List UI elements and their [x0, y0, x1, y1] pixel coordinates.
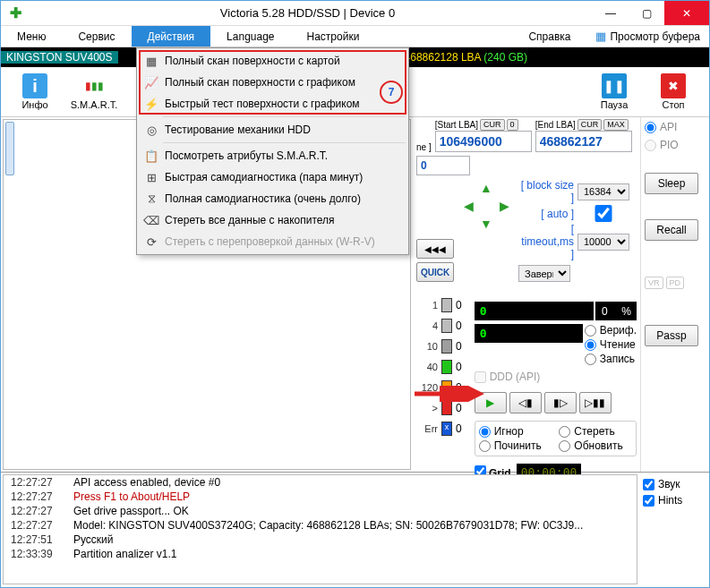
dd-full-scan-graph[interactable]: 📈Полный скан поверхности с графиком	[138, 72, 407, 93]
sound-checkbox[interactable]: Звук	[643, 478, 706, 490]
quick-button[interactable]: QUICK	[416, 262, 454, 282]
done-readout: 0	[475, 324, 583, 343]
mode-write[interactable]: Запись	[585, 353, 637, 365]
title-bar: ✚ Victoria 5.28 HDD/SSD | Device 0 — ▢ ✕	[1, 1, 709, 26]
pd-badge: PD	[666, 277, 685, 289]
dd-quick-scan-graph[interactable]: ⚡Быстрый тест поверхности с графиком	[138, 93, 407, 115]
dd-quick-selftest[interactable]: ⊞Быстрая самодиагностика (пара минут)	[138, 166, 407, 188]
dd-full-selftest[interactable]: ⧖Полная самодиагностика (очень долго)	[138, 188, 407, 209]
end-cur-button[interactable]: CUR	[577, 119, 603, 131]
menu-bar: Меню Сервис Действия Language Настройки …	[1, 26, 709, 47]
info-tab[interactable]: i Инфо	[6, 69, 64, 115]
app-icon: ✚	[8, 6, 22, 21]
map-tab[interactable]	[5, 122, 14, 175]
dd-test-mechanics[interactable]: ◎Тестирование механики HDD	[138, 119, 407, 141]
log-row: 12:27:51Русский	[4, 533, 637, 547]
timeout-select[interactable]: 10000	[577, 234, 629, 251]
speed-readout: 0	[475, 302, 594, 320]
mode-verify[interactable]: Вериф.	[585, 324, 637, 337]
auto-checkbox[interactable]	[577, 205, 629, 222]
vr-badge: VR	[645, 277, 663, 289]
bolt-icon: ⚡	[141, 98, 161, 111]
api-radio[interactable]: API	[645, 121, 703, 133]
smart-icon: ▮▮▮	[81, 73, 107, 98]
view-buffer-button[interactable]: ▦ Просмотр буфера	[586, 26, 709, 47]
menu-language[interactable]: Language	[210, 26, 290, 47]
end-max-button[interactable]: MAX	[603, 119, 629, 131]
nav-prev-group[interactable]: ◀◀◀	[416, 239, 454, 259]
remap-fix[interactable]: Починить	[479, 439, 552, 452]
nav-left[interactable]: ◀	[459, 197, 477, 215]
log-row: 12:27:27Get drive passport... OK	[4, 504, 637, 518]
pio-radio[interactable]: PIO	[645, 139, 703, 151]
disc-icon: ◎	[141, 124, 161, 137]
pause-icon: ❚❚	[602, 73, 627, 98]
remap-ignore[interactable]: Игнор	[479, 425, 552, 438]
dd-full-scan-map[interactable]: ▦Полный скан поверхности с картой	[138, 50, 407, 72]
ddd-checkbox	[475, 371, 486, 383]
log-row: 12:33:39Partition analizer v1.1	[4, 547, 637, 561]
nav-right[interactable]: ▶	[495, 197, 513, 215]
end-action-select[interactable]: Завершить	[518, 265, 570, 282]
info-icon: i	[22, 73, 47, 98]
side-panel: API PIO Sleep Recall VRPD Passp	[640, 117, 706, 472]
menu-help[interactable]: Справка	[512, 26, 586, 47]
nav-pad: ▲ ▼ ◀ ▶	[459, 179, 513, 233]
threshold-row: 10	[416, 298, 462, 312]
passp-button[interactable]: Passp	[645, 325, 698, 346]
threshold-row: 1200	[416, 380, 462, 395]
log-row: 12:27:27Model: KINGSTON SUV400S37240G; C…	[4, 518, 637, 533]
recall-button[interactable]: Recall	[645, 219, 698, 241]
view-buffer-label: Просмотр буфера	[610, 30, 700, 43]
stop-button[interactable]: ✖ Стоп	[645, 69, 702, 115]
window-title: Victoria 5.28 HDD/SSD | Device 0	[22, 6, 593, 20]
play-button[interactable]: ▶	[475, 392, 507, 413]
nav-up[interactable]: ▲	[477, 179, 495, 197]
maximize-button[interactable]: ▢	[629, 1, 664, 25]
drive-capacity: 468862128 LBA (240 GB)	[405, 51, 527, 64]
sleep-button[interactable]: Sleep	[645, 173, 698, 194]
actions-dropdown: ▦Полный скан поверхности с картой 📈Полны…	[136, 47, 409, 255]
end-lba-input[interactable]	[535, 131, 632, 152]
chart-icon: 📈	[141, 76, 161, 89]
step-back-button[interactable]: ◁▮	[509, 392, 542, 413]
test-panel: ne ] [Start LBA]CUR0 [End LBA]CURMAX ◀◀◀…	[413, 117, 640, 472]
hourglass-icon: ⧖	[141, 192, 161, 206]
mode-read[interactable]: Чтение	[585, 338, 637, 351]
start-zero-button[interactable]: 0	[507, 119, 518, 131]
jump-input[interactable]	[416, 156, 470, 175]
close-button[interactable]: ✕	[664, 1, 709, 25]
dd-erase-all[interactable]: ⌫Стереть все данные с накопителя	[138, 209, 407, 231]
latency-legend: 10401004001200>0Errx0	[416, 298, 462, 481]
threshold-row: Errx0	[416, 422, 462, 436]
log-side: Звук Hints	[639, 473, 709, 586]
log-row: 12:27:27Press F1 to About/HELP	[4, 490, 637, 504]
block-size-select[interactable]: 16384	[577, 183, 629, 200]
hints-checkbox[interactable]: Hints	[643, 494, 706, 507]
remap-group: Игнор Стереть Починить Обновить	[475, 421, 637, 456]
menu-service[interactable]: Сервис	[62, 26, 131, 47]
menu-actions[interactable]: Действия	[132, 26, 211, 47]
medkit-icon: ⊞	[141, 171, 161, 184]
remap-refresh[interactable]: Обновить	[559, 439, 632, 452]
start-cur-button[interactable]: CUR	[480, 119, 505, 131]
threshold-row: 100	[416, 339, 462, 354]
threshold-row: >0	[416, 401, 462, 415]
step-fwd-button[interactable]: ▮▷	[544, 392, 577, 413]
clipboard-icon: 📋	[141, 149, 161, 163]
nav-down[interactable]: ▼	[477, 215, 495, 233]
pause-button[interactable]: ❚❚ Пауза	[586, 69, 643, 115]
menu-settings[interactable]: Настройки	[291, 26, 376, 47]
buffer-icon: ▦	[595, 30, 606, 43]
start-lba-input[interactable]	[435, 131, 532, 152]
minimize-button[interactable]: —	[593, 1, 629, 25]
dd-view-smart[interactable]: 📋Посмотреть атрибуты S.M.A.R.T.	[138, 145, 407, 166]
menu-main[interactable]: Меню	[1, 26, 62, 47]
log-row: 12:27:27API access enabled, device #0	[4, 475, 637, 490]
remap-erase[interactable]: Стереть	[559, 425, 632, 438]
verify-erase-icon: ⟳	[141, 235, 161, 249]
log-area[interactable]: 12:27:27API access enabled, device #012:…	[3, 474, 637, 584]
skip-button[interactable]: ▷▮▮	[579, 392, 612, 413]
smart-tab[interactable]: ▮▮▮ S.M.A.R.T.	[65, 69, 123, 115]
erase-icon: ⌫	[141, 214, 161, 227]
